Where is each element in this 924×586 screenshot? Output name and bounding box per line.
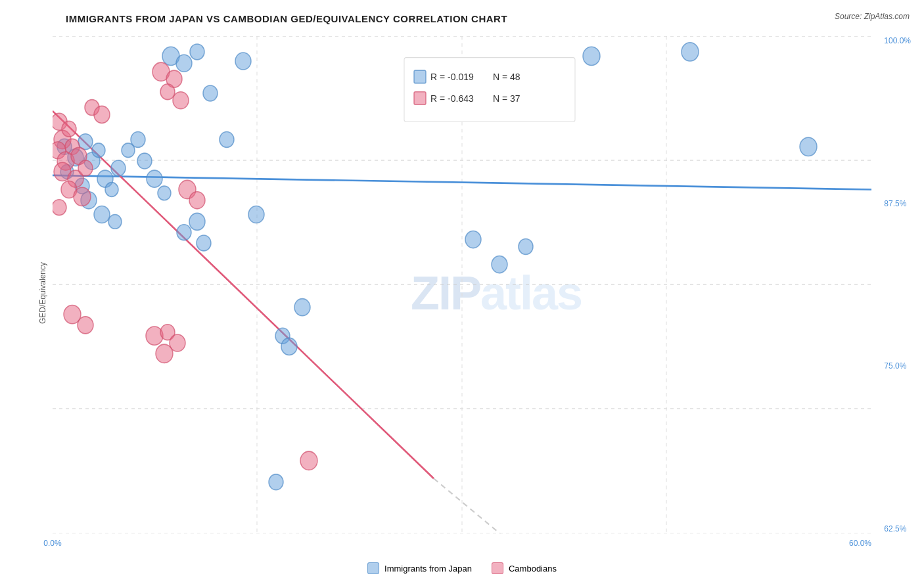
- y-axis-label: GED/Equivalency: [38, 262, 47, 324]
- svg-point-38: [189, 213, 205, 230]
- svg-point-48: [492, 256, 507, 273]
- legend-box-japan: [367, 562, 379, 574]
- chart-title: IMMIGRANTS FROM JAPAN VS CAMBODIAN GED/E…: [66, 13, 911, 24]
- svg-point-32: [235, 53, 251, 70]
- svg-point-16: [92, 143, 105, 158]
- svg-point-25: [108, 215, 122, 229]
- svg-point-47: [519, 238, 533, 254]
- svg-point-20: [111, 160, 126, 176]
- svg-text:N = 37: N = 37: [493, 93, 520, 104]
- svg-point-67: [94, 106, 110, 123]
- svg-point-51: [62, 121, 76, 137]
- svg-point-28: [158, 186, 171, 200]
- x-axis-start: 0.0%: [43, 539, 61, 548]
- svg-point-42: [294, 299, 310, 316]
- svg-text:R = -0.019: R = -0.019: [430, 72, 474, 83]
- svg-point-61: [53, 200, 66, 215]
- y-axis-right: 100.0% 87.5% 75.0% 62.5%: [884, 36, 911, 533]
- chart-svg: R = -0.019 N = 48 R = -0.643 N = 37: [53, 36, 871, 533]
- chart-container: IMMIGRANTS FROM JAPAN VS CAMBODIAN GED/E…: [0, 0, 924, 586]
- svg-point-65: [173, 92, 189, 109]
- legend-box-cambodians: [492, 562, 503, 574]
- svg-point-31: [190, 44, 204, 60]
- svg-point-24: [94, 206, 110, 223]
- source-label: Source: ZipAtlas.com: [835, 12, 910, 21]
- legend-item-japan: Immigrants from Japan: [367, 562, 472, 574]
- y-tick-100: 100.0%: [884, 36, 911, 45]
- svg-rect-77: [404, 58, 575, 122]
- svg-point-36: [800, 137, 817, 156]
- svg-rect-78: [414, 70, 426, 83]
- svg-point-41: [248, 206, 264, 223]
- legend-item-cambodians: Cambodians: [492, 562, 557, 574]
- svg-point-76: [300, 451, 317, 470]
- svg-point-27: [147, 170, 162, 187]
- svg-text:R = -0.643: R = -0.643: [430, 93, 474, 104]
- chart-legend: Immigrants from Japan Cambodians: [367, 562, 557, 574]
- svg-rect-81: [414, 92, 426, 105]
- y-tick-75: 75.0%: [884, 361, 911, 371]
- y-tick-87: 87.5%: [884, 199, 911, 208]
- svg-point-23: [131, 132, 145, 148]
- svg-point-26: [137, 153, 152, 169]
- svg-point-69: [189, 192, 205, 209]
- svg-point-64: [160, 84, 175, 100]
- svg-point-44: [281, 338, 297, 355]
- svg-point-58: [78, 160, 93, 176]
- svg-point-71: [78, 317, 93, 334]
- svg-text:N = 48: N = 48: [493, 72, 520, 83]
- svg-point-45: [269, 474, 283, 490]
- legend-label-cambodians: Cambodians: [509, 564, 557, 574]
- svg-point-33: [203, 85, 218, 101]
- svg-point-40: [219, 132, 234, 148]
- svg-point-30: [176, 55, 192, 72]
- svg-point-39: [196, 235, 211, 251]
- svg-point-37: [177, 225, 191, 240]
- svg-point-60: [74, 187, 91, 206]
- svg-point-34: [583, 47, 600, 65]
- x-axis-end: 60.0%: [849, 539, 871, 548]
- svg-point-35: [681, 43, 699, 61]
- svg-line-10: [434, 478, 545, 533]
- svg-point-46: [465, 231, 481, 248]
- svg-point-19: [105, 183, 118, 197]
- y-tick-62: 62.5%: [884, 524, 911, 533]
- legend-label-japan: Immigrants from Japan: [384, 564, 472, 574]
- svg-line-9: [53, 111, 434, 478]
- svg-point-75: [156, 344, 173, 363]
